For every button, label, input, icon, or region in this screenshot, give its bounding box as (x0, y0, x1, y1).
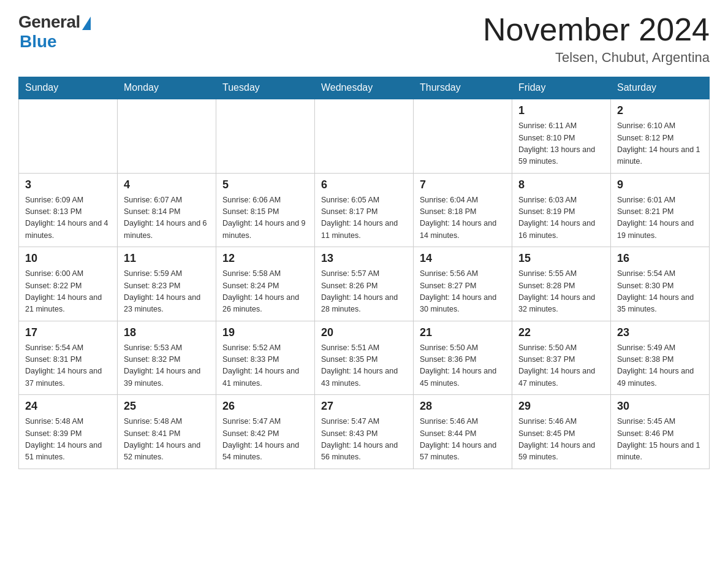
day-info: Sunrise: 6:11 AM Sunset: 8:10 PM Dayligh… (518, 120, 604, 168)
day-number: 16 (617, 252, 703, 265)
calendar-cell: 27Sunrise: 5:47 AM Sunset: 8:43 PM Dayli… (315, 395, 414, 469)
calendar-cell: 13Sunrise: 5:57 AM Sunset: 8:26 PM Dayli… (315, 247, 414, 321)
week-row-3: 10Sunrise: 6:00 AM Sunset: 8:22 PM Dayli… (19, 247, 710, 321)
day-info: Sunrise: 5:48 AM Sunset: 8:39 PM Dayligh… (25, 416, 111, 464)
day-info: Sunrise: 5:58 AM Sunset: 8:24 PM Dayligh… (222, 268, 308, 316)
day-info: Sunrise: 5:50 AM Sunset: 8:36 PM Dayligh… (420, 342, 506, 390)
day-number: 29 (518, 400, 604, 413)
day-number: 13 (321, 252, 407, 265)
month-title: November 2024 (483, 12, 710, 47)
weekday-header-tuesday: Tuesday (216, 77, 315, 99)
weekday-header-friday: Friday (512, 77, 611, 99)
day-number: 15 (518, 252, 604, 265)
calendar-cell (315, 99, 414, 173)
day-number: 30 (617, 400, 703, 413)
week-row-5: 24Sunrise: 5:48 AM Sunset: 8:39 PM Dayli… (19, 395, 710, 469)
calendar-cell: 8Sunrise: 6:03 AM Sunset: 8:19 PM Daylig… (512, 173, 611, 247)
calendar-cell (216, 99, 315, 173)
calendar-cell: 10Sunrise: 6:00 AM Sunset: 8:22 PM Dayli… (19, 247, 118, 321)
day-number: 8 (518, 178, 604, 191)
calendar-cell: 7Sunrise: 6:04 AM Sunset: 8:18 PM Daylig… (414, 173, 512, 247)
day-number: 21 (420, 326, 506, 339)
calendar-cell (414, 99, 512, 173)
day-info: Sunrise: 6:04 AM Sunset: 8:18 PM Dayligh… (420, 194, 506, 242)
day-info: Sunrise: 5:56 AM Sunset: 8:27 PM Dayligh… (420, 268, 506, 316)
day-number: 14 (420, 252, 506, 265)
day-info: Sunrise: 6:05 AM Sunset: 8:17 PM Dayligh… (321, 194, 407, 242)
day-number: 5 (222, 178, 308, 191)
day-info: Sunrise: 5:47 AM Sunset: 8:43 PM Dayligh… (321, 416, 407, 464)
day-info: Sunrise: 5:54 AM Sunset: 8:31 PM Dayligh… (25, 342, 111, 390)
logo-blue-text: Blue (20, 32, 57, 52)
weekday-header-thursday: Thursday (414, 77, 512, 99)
calendar-cell: 18Sunrise: 5:53 AM Sunset: 8:32 PM Dayli… (118, 321, 216, 395)
weekday-header-row: SundayMondayTuesdayWednesdayThursdayFrid… (19, 77, 710, 99)
calendar-cell: 1Sunrise: 6:11 AM Sunset: 8:10 PM Daylig… (512, 99, 611, 173)
weekday-header-sunday: Sunday (19, 77, 118, 99)
day-number: 3 (25, 178, 111, 191)
day-info: Sunrise: 5:47 AM Sunset: 8:42 PM Dayligh… (222, 416, 308, 464)
calendar-cell: 26Sunrise: 5:47 AM Sunset: 8:42 PM Dayli… (216, 395, 315, 469)
calendar-table: SundayMondayTuesdayWednesdayThursdayFrid… (18, 77, 710, 469)
day-info: Sunrise: 5:48 AM Sunset: 8:41 PM Dayligh… (124, 416, 210, 464)
calendar-cell: 5Sunrise: 6:06 AM Sunset: 8:15 PM Daylig… (216, 173, 315, 247)
day-number: 19 (222, 326, 308, 339)
day-number: 11 (124, 252, 210, 265)
day-info: Sunrise: 5:59 AM Sunset: 8:23 PM Dayligh… (124, 268, 210, 316)
day-number: 22 (518, 326, 604, 339)
calendar-cell: 23Sunrise: 5:49 AM Sunset: 8:38 PM Dayli… (611, 321, 710, 395)
day-info: Sunrise: 5:54 AM Sunset: 8:30 PM Dayligh… (617, 268, 703, 316)
day-number: 24 (25, 400, 111, 413)
day-info: Sunrise: 6:06 AM Sunset: 8:15 PM Dayligh… (222, 194, 308, 242)
day-number: 7 (420, 178, 506, 191)
day-info: Sunrise: 6:10 AM Sunset: 8:12 PM Dayligh… (617, 120, 703, 168)
day-number: 9 (617, 178, 703, 191)
day-info: Sunrise: 5:49 AM Sunset: 8:38 PM Dayligh… (617, 342, 703, 390)
day-info: Sunrise: 5:57 AM Sunset: 8:26 PM Dayligh… (321, 268, 407, 316)
day-info: Sunrise: 6:00 AM Sunset: 8:22 PM Dayligh… (25, 268, 111, 316)
logo: General Blue (18, 12, 91, 52)
location-title: Telsen, Chubut, Argentina (483, 50, 710, 66)
calendar-cell: 22Sunrise: 5:50 AM Sunset: 8:37 PM Dayli… (512, 321, 611, 395)
title-section: November 2024 Telsen, Chubut, Argentina (483, 12, 710, 66)
day-number: 28 (420, 400, 506, 413)
page-header: General Blue November 2024 Telsen, Chubu… (18, 12, 710, 66)
calendar-cell: 25Sunrise: 5:48 AM Sunset: 8:41 PM Dayli… (118, 395, 216, 469)
day-info: Sunrise: 5:53 AM Sunset: 8:32 PM Dayligh… (124, 342, 210, 390)
day-number: 12 (222, 252, 308, 265)
day-info: Sunrise: 5:50 AM Sunset: 8:37 PM Dayligh… (518, 342, 604, 390)
calendar-cell: 17Sunrise: 5:54 AM Sunset: 8:31 PM Dayli… (19, 321, 118, 395)
weekday-header-saturday: Saturday (611, 77, 710, 99)
calendar-cell: 3Sunrise: 6:09 AM Sunset: 8:13 PM Daylig… (19, 173, 118, 247)
logo-general-text: General (18, 12, 80, 32)
day-number: 20 (321, 326, 407, 339)
calendar-cell: 24Sunrise: 5:48 AM Sunset: 8:39 PM Dayli… (19, 395, 118, 469)
week-row-1: 1Sunrise: 6:11 AM Sunset: 8:10 PM Daylig… (19, 99, 710, 173)
calendar-cell: 12Sunrise: 5:58 AM Sunset: 8:24 PM Dayli… (216, 247, 315, 321)
weekday-header-monday: Monday (118, 77, 216, 99)
calendar-cell: 11Sunrise: 5:59 AM Sunset: 8:23 PM Dayli… (118, 247, 216, 321)
day-number: 2 (617, 104, 703, 117)
day-number: 27 (321, 400, 407, 413)
logo-triangle-icon (82, 17, 91, 30)
day-number: 17 (25, 326, 111, 339)
day-info: Sunrise: 6:09 AM Sunset: 8:13 PM Dayligh… (25, 194, 111, 242)
day-info: Sunrise: 6:01 AM Sunset: 8:21 PM Dayligh… (617, 194, 703, 242)
calendar-cell: 28Sunrise: 5:46 AM Sunset: 8:44 PM Dayli… (414, 395, 512, 469)
calendar-cell: 19Sunrise: 5:52 AM Sunset: 8:33 PM Dayli… (216, 321, 315, 395)
day-info: Sunrise: 5:45 AM Sunset: 8:46 PM Dayligh… (617, 416, 703, 464)
calendar-cell: 2Sunrise: 6:10 AM Sunset: 8:12 PM Daylig… (611, 99, 710, 173)
day-info: Sunrise: 5:51 AM Sunset: 8:35 PM Dayligh… (321, 342, 407, 390)
day-number: 18 (124, 326, 210, 339)
day-info: Sunrise: 5:46 AM Sunset: 8:45 PM Dayligh… (518, 416, 604, 464)
day-number: 26 (222, 400, 308, 413)
day-number: 25 (124, 400, 210, 413)
day-info: Sunrise: 5:52 AM Sunset: 8:33 PM Dayligh… (222, 342, 308, 390)
day-info: Sunrise: 6:07 AM Sunset: 8:14 PM Dayligh… (124, 194, 210, 242)
day-number: 1 (518, 104, 604, 117)
day-number: 23 (617, 326, 703, 339)
weekday-header-wednesday: Wednesday (315, 77, 414, 99)
calendar-cell: 6Sunrise: 6:05 AM Sunset: 8:17 PM Daylig… (315, 173, 414, 247)
calendar-cell: 14Sunrise: 5:56 AM Sunset: 8:27 PM Dayli… (414, 247, 512, 321)
calendar-cell: 15Sunrise: 5:55 AM Sunset: 8:28 PM Dayli… (512, 247, 611, 321)
